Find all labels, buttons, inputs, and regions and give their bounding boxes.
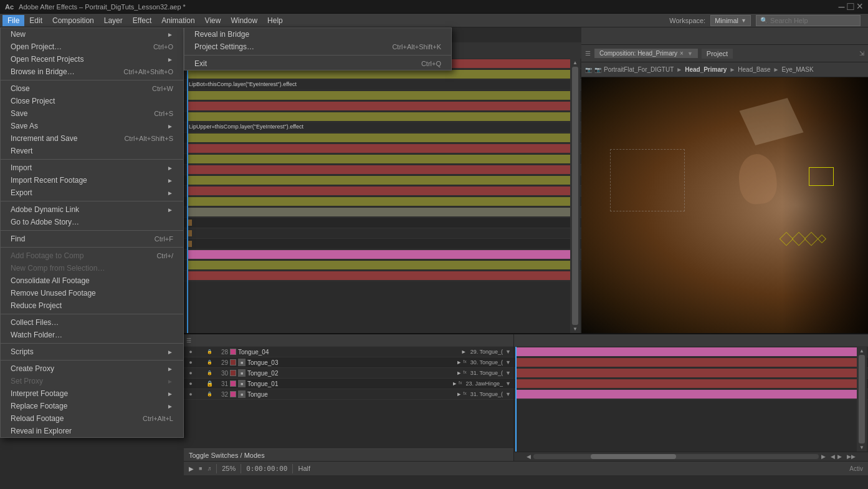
status-timecode[interactable]: 0:00:00:00 [246,465,287,473]
layer-31-visible-icon[interactable]: ● [186,379,195,388]
menu-file-open-project[interactable]: Open Project… Ctrl+O [1,41,183,53]
menu-edit[interactable]: Edit [24,15,47,26]
project-tab[interactable]: Project [702,49,733,59]
menu-file-interpret-footage[interactable]: Interpret Footage ► [1,387,183,400]
layer-31-fx-icon[interactable]: fx [459,380,462,387]
menu-file-close[interactable]: Close Ctrl+W [1,82,183,95]
panel-menu-icon[interactable]: ☰ [585,50,591,57]
workspace-select[interactable]: Minimal ▼ [710,15,751,26]
timeline-nav-left-icon[interactable]: ◀ [831,453,835,460]
bottom-scrollbar-up-icon[interactable]: ▲ [859,348,864,354]
close-btn[interactable]: × [856,0,863,13]
menu-composition[interactable]: Composition [47,15,99,26]
layer-30-fx-icon[interactable]: fx [463,370,466,376]
menu-file-add-footage[interactable]: Add Footage to Comp Ctrl+/ [1,249,183,262]
comp-tab-active[interactable]: Composition: Head_Primary × ▼ [594,49,698,58]
menu-file-collect-files[interactable]: Collect Files… [1,316,183,329]
status-quality[interactable]: Half [298,465,310,472]
layer-32-fx-icon[interactable]: fx [463,391,466,397]
layer-32-props-icon[interactable]: ► [456,391,462,397]
menu-view[interactable]: View [200,15,226,26]
layer-29-props-icon[interactable]: ► [456,359,462,366]
comp-tab-close-icon[interactable]: × [680,50,684,57]
layer-30-props-icon[interactable]: ► [456,370,462,376]
layer-32-lock-icon[interactable]: 🔒 [205,390,214,399]
scrollbar-up-icon[interactable]: ▲ [573,60,578,65]
bottom-scrollbar-thumb[interactable] [859,355,865,443]
h-scroll-thumb[interactable] [591,454,676,459]
scrollbar-thumb[interactable] [572,67,578,325]
layer-29-lock-icon[interactable]: 🔒 [205,358,214,367]
breadcrumb-head-primary[interactable]: Head_Primary [685,66,727,73]
toggle-switches-label[interactable]: Toggle Switches / Modes [189,452,265,459]
menu-file-revert[interactable]: Revert [1,145,183,157]
menu-file-increment-save[interactable]: Increment and Save Ctrl+Alt+Shift+S [1,132,183,145]
scroll-left-icon[interactable]: ◀ [527,453,531,460]
menu-file-replace-footage[interactable]: Replace Footage ► [1,400,183,412]
menu-file-scripts[interactable]: Scripts ► [1,346,183,358]
scrollbar-down-icon[interactable]: ▼ [573,326,578,332]
menu-animation[interactable]: Animation [156,15,199,26]
menu-file-reduce-project[interactable]: Reduce Project [1,299,183,312]
menu-file-create-proxy[interactable]: Create Proxy ► [1,362,183,375]
submenu-reveal-bridge[interactable]: Reveal in Bridge [184,28,451,41]
submenu-project-settings[interactable]: Project Settings… Ctrl+Alt+Shift+K [184,41,451,53]
menu-file-new-comp[interactable]: New Comp from Selection… [1,262,183,274]
panel-expand-icon[interactable]: ⇲ [859,50,864,57]
layer-32-solo-icon[interactable] [197,391,203,397]
layer-31-arrow-icon[interactable]: ▼ [505,380,511,387]
menu-file-close-project[interactable]: Close Project [1,95,183,107]
layer-30-arrow-icon[interactable]: ▼ [505,370,511,376]
menu-file-adobe-story[interactable]: Go to Adobe Story… [1,216,183,228]
breadcrumb-portraitflat[interactable]: PortraitFlat_For_DIGTUT [604,66,674,73]
breadcrumb-head-base[interactable]: Head_Base [738,66,770,73]
menu-window[interactable]: Window [226,15,262,26]
menu-file-consolidate[interactable]: Consolidate All Footage [1,274,183,287]
timeline-nav-right-icon[interactable]: ▶ [837,453,842,460]
menu-file-import-recent[interactable]: Import Recent Footage ► [1,174,183,186]
menu-file-export[interactable]: Export ► [1,186,183,199]
layer-28-props-icon[interactable]: ► [461,349,467,355]
menu-file-reveal-explorer[interactable]: Reveal in Explorer [1,425,183,437]
layer-31-solo-icon[interactable] [197,380,203,387]
maximize-btn[interactable]: □ [847,0,854,13]
layer-31-lock-icon[interactable]: 🔒 [205,379,214,388]
menu-file-adobe-dynamic-link[interactable]: Adobe Dynamic Link ► [1,203,183,216]
bottom-track-scrollbar[interactable]: ▲ ▼ [857,347,867,452]
layer-28-solo-icon[interactable] [197,349,203,355]
layer-31-props-icon[interactable]: ► [452,380,457,387]
minimize-btn[interactable]: – [839,0,845,13]
layer-30-solo-icon[interactable] [197,370,203,376]
layer-32-visible-icon[interactable]: ● [186,390,195,399]
layer-29-fx-icon[interactable]: fx [463,359,466,366]
layer-29-arrow-icon[interactable]: ▼ [505,359,511,366]
submenu-exit[interactable]: Exit Ctrl+Q [184,57,451,70]
layer-28-lock-icon[interactable]: 🔒 [205,347,214,356]
search-box[interactable]: 🔍 [756,15,861,26]
layer-32-arrow-icon[interactable]: ▼ [505,391,511,397]
menu-file-find[interactable]: Find Ctrl+F [1,233,183,245]
timeline-expand-icon[interactable]: ▶▶ [847,453,856,460]
layer-29-visible-icon[interactable]: ● [186,358,195,367]
menu-effect[interactable]: Effect [128,15,156,26]
status-zoom-level[interactable]: 25% [222,465,236,472]
menu-file-save-as[interactable]: Save As ► [1,120,183,132]
horizontal-scrollbar[interactable]: ◀ ▶ ◀ ▶ ▶▶ [514,452,868,461]
menu-file-reload-footage[interactable]: Reload Footage Ctrl+Alt+L [1,412,183,425]
track-scrollbar[interactable]: ▲ ▼ [570,59,580,333]
scroll-right-icon[interactable]: ▶ [821,453,826,460]
bottom-scrollbar-down-icon[interactable]: ▼ [859,445,864,450]
layer-28-arrow-icon[interactable]: ▼ [505,349,511,355]
search-input[interactable] [770,17,856,24]
menu-file-watch-folder[interactable]: Watch Folder… [1,329,183,341]
menu-file-set-proxy[interactable]: Set Proxy ► [1,375,183,387]
breadcrumb-eye-mask[interactable]: Eye_MASK [782,66,814,73]
layer-29-solo-icon[interactable] [197,359,203,366]
menu-file-open-recent[interactable]: Open Recent Projects ► [1,53,183,65]
menu-file-import[interactable]: Import ► [1,162,183,174]
h-scroll-track[interactable] [533,454,819,459]
layer-28-visible-icon[interactable]: ● [186,347,195,356]
menu-file-browse-bridge[interactable]: Browse in Bridge… Ctrl+Alt+Shift+O [1,65,183,78]
comp-tab-arrow-icon[interactable]: ▼ [687,51,693,57]
menu-file-new[interactable]: New ► [1,28,183,41]
